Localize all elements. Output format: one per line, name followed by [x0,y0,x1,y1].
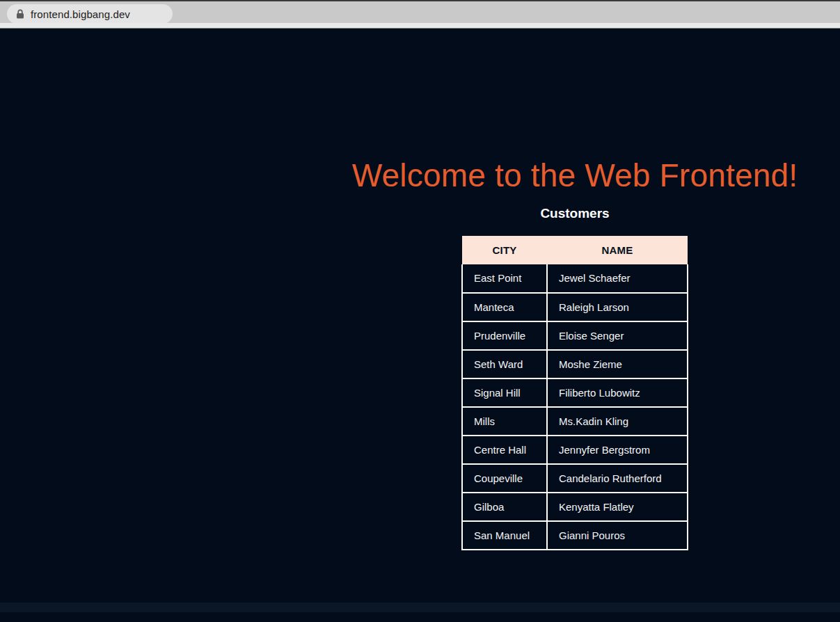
lock-icon [16,9,24,19]
table-row: Centre HallJennyfer Bergstrom [462,436,688,464]
cell-name: Jewel Schaefer [547,264,688,293]
cell-city: Prudenville [462,321,547,350]
cell-name: Raleigh Larson [547,293,688,321]
customers-heading: Customers [331,206,818,221]
cell-name: Ms.Kadin Kling [547,407,688,436]
web-page: Welcome to the Web Frontend! Customers C… [0,29,840,612]
content-container: Welcome to the Web Frontend! Customers C… [331,29,818,550]
horizontal-scrollbar[interactable] [0,603,840,612]
cell-city: San Manuel [462,521,547,550]
cell-name: Candelario Rutherford [547,464,688,493]
cell-city: East Point [462,264,547,293]
column-header-name: NAME [547,236,688,264]
column-header-city: CITY [462,236,547,264]
table-row: Seth WardMoshe Zieme [462,350,688,378]
table-header-row: CITY NAME [462,236,688,264]
table-row: MillsMs.Kadin Kling [462,407,688,436]
page-title: Welcome to the Web Frontend! [331,157,818,194]
cell-city: Manteca [462,293,547,321]
table-row: San ManuelGianni Pouros [462,521,688,550]
toolbar-bottom-strip [0,23,840,28]
cell-name: Eloise Senger [547,321,688,350]
cell-name: Jennyfer Bergstrom [547,436,688,464]
table-row: Signal HillFiliberto Lubowitz [462,378,688,407]
cell-city: Mills [462,407,547,436]
table-row: MantecaRaleigh Larson [462,293,688,321]
cell-name: Kenyatta Flatley [547,493,688,521]
url-text[interactable]: frontend.bigbang.dev [31,8,130,20]
table-row: GilboaKenyatta Flatley [462,493,688,521]
cell-city: Gilboa [462,493,547,521]
cell-name: Filiberto Lubowitz [547,378,688,407]
cell-name: Moshe Zieme [547,350,688,378]
browser-toolbar: frontend.bigbang.dev [0,0,840,29]
cell-city: Coupeville [462,464,547,493]
table-row: CoupevilleCandelario Rutherford [462,464,688,493]
table-row: East PointJewel Schaefer [462,264,688,293]
cell-city: Centre Hall [462,436,547,464]
cell-name: Gianni Pouros [547,521,688,550]
cell-city: Seth Ward [462,350,547,378]
table-row: PrudenvilleEloise Senger [462,321,688,350]
cell-city: Signal Hill [462,378,547,407]
url-bar[interactable]: frontend.bigbang.dev [7,4,173,24]
customers-table: CITY NAME East PointJewel SchaeferMantec… [461,236,688,550]
